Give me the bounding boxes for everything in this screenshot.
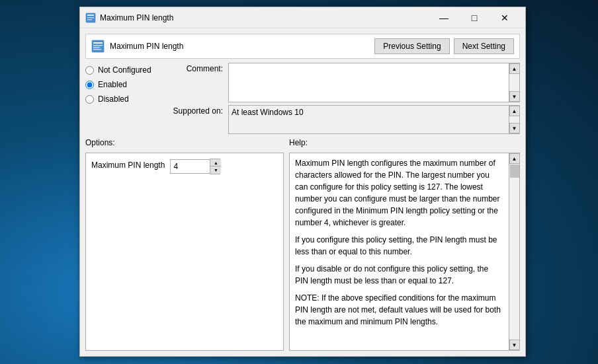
middle-section: Not Configured Enabled Disabled Comment: (85, 63, 520, 134)
help-scroll-up[interactable]: ▲ (509, 153, 520, 164)
pin-length-spinner: ▲ ▼ (170, 159, 220, 174)
svg-rect-6 (93, 45, 103, 46)
comment-label: Comment: (170, 63, 223, 73)
help-box: Maximum PIN length configures the maximu… (289, 153, 520, 351)
supported-label: Supported on: (170, 105, 223, 116)
help-para-3: If you disable or do not configure this … (295, 263, 503, 287)
help-scrollbar: ▲ ▼ (509, 153, 519, 350)
svg-rect-7 (93, 47, 100, 48)
not-configured-radio[interactable] (85, 66, 94, 75)
comment-row: Comment: ▲ ▼ (170, 63, 520, 102)
maximize-button[interactable]: □ (459, 7, 490, 28)
spinner-buttons: ▲ ▼ (210, 159, 220, 174)
next-setting-button[interactable]: Next Setting (454, 38, 514, 54)
title-bar-buttons: — □ ✕ (429, 7, 520, 28)
help-panel: Help: Maximum PIN length configures the … (289, 138, 520, 351)
header-buttons: Previous Setting Next Setting (374, 38, 514, 54)
previous-setting-button[interactable]: Previous Setting (374, 38, 449, 54)
options-panel: Options: Maximum PIN length ▲ ▼ (85, 138, 284, 351)
info-section: Comment: ▲ ▼ Supported on: At least (170, 63, 520, 134)
bottom-section: Options: Maximum PIN length ▲ ▼ Help: (85, 138, 520, 351)
help-para-4: NOTE: If the above specified conditions … (295, 292, 503, 328)
scroll-up-btn[interactable]: ▲ (509, 63, 520, 74)
pin-length-input[interactable] (170, 159, 210, 174)
pin-length-label: Maximum PIN length (91, 159, 165, 170)
supported-scroll-down[interactable]: ▼ (509, 123, 520, 133)
options-box: Maximum PIN length ▲ ▼ (85, 153, 284, 351)
svg-rect-8 (93, 49, 101, 50)
enabled-label: Enabled (98, 80, 127, 89)
svg-rect-3 (87, 19, 92, 20)
main-window: Maximum PIN length — □ ✕ Maximum PIN len… (79, 7, 526, 357)
supported-row: Supported on: At least Windows 10 ▲ ▼ (170, 105, 520, 134)
comment-textarea[interactable] (229, 63, 509, 102)
help-para-1: Maximum PIN length configures the maximu… (295, 157, 503, 229)
header-icon (91, 40, 105, 53)
disabled-option[interactable]: Disabled (85, 94, 165, 104)
spinner-down-btn[interactable]: ▼ (210, 166, 221, 174)
scroll-down-btn[interactable]: ▼ (509, 91, 520, 102)
supported-value: At least Windows 10 (229, 106, 509, 133)
close-button[interactable]: ✕ (490, 7, 520, 28)
help-scroll-down[interactable]: ▼ (509, 340, 520, 350)
svg-rect-4 (92, 40, 104, 52)
help-para-2: If you configure this policy setting, th… (295, 234, 503, 258)
header-row: Maximum PIN length Previous Setting Next… (85, 34, 520, 59)
radio-group: Not Configured Enabled Disabled (85, 63, 165, 134)
content-area: Maximum PIN length Previous Setting Next… (80, 28, 525, 356)
enabled-radio[interactable] (85, 81, 94, 89)
window-title: Maximum PIN length (100, 13, 429, 22)
comment-scrollbar[interactable]: ▲ ▼ (509, 63, 519, 102)
title-bar: Maximum PIN length — □ ✕ (80, 7, 525, 28)
spinner-up-btn[interactable]: ▲ (210, 159, 221, 166)
disabled-label: Disabled (98, 94, 129, 104)
svg-rect-1 (87, 15, 94, 16)
window-icon (85, 13, 96, 23)
help-label: Help: (289, 138, 520, 147)
not-configured-label: Not Configured (98, 65, 151, 75)
supported-scrollbar: ▲ ▼ (509, 106, 519, 133)
enabled-option[interactable]: Enabled (85, 80, 165, 89)
svg-rect-5 (93, 42, 103, 44)
svg-rect-2 (87, 17, 94, 18)
not-configured-option[interactable]: Not Configured (85, 65, 165, 75)
disabled-radio[interactable] (85, 95, 94, 104)
options-label: Options: (85, 138, 284, 147)
help-scrollbar-thumb[interactable] (510, 164, 519, 178)
supported-scroll-up[interactable]: ▲ (509, 106, 520, 116)
header-title: Maximum PIN length (110, 42, 369, 51)
help-text-content: Maximum PIN length configures the maximu… (290, 153, 509, 350)
minimize-button[interactable]: — (429, 7, 459, 28)
